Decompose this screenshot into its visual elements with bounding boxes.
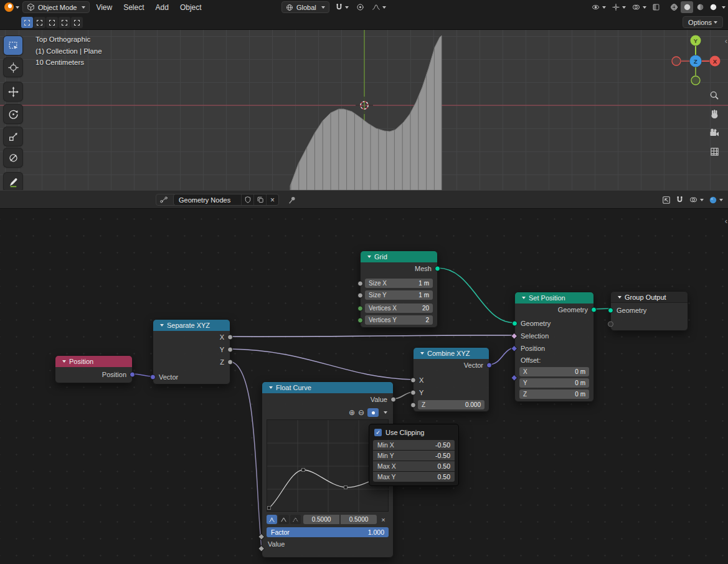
- node-set-position-header[interactable]: Set Position: [515, 292, 593, 304]
- new-copy-button[interactable]: [253, 194, 266, 205]
- navigation-gizmo[interactable]: Y Z X: [672, 36, 721, 85]
- snapping-button[interactable]: [676, 196, 684, 204]
- fake-user-button[interactable]: [241, 194, 253, 205]
- shading-material-button[interactable]: [694, 1, 706, 13]
- tool-scale-button[interactable]: [4, 127, 22, 146]
- grid-size-y-socket[interactable]: [357, 292, 363, 298]
- node-group-output[interactable]: Group Output Geometry: [610, 291, 688, 331]
- handle-free-button[interactable]: [290, 515, 301, 524]
- tool-annotate-button[interactable]: [4, 173, 22, 190]
- blender-menu-button[interactable]: [2, 1, 21, 13]
- show-overlays-select[interactable]: [630, 1, 648, 13]
- separate-z-socket[interactable]: [227, 360, 233, 365]
- geometry-nodes-editor[interactable]: Position Position Separate XYZ X Y Z Vec…: [0, 209, 728, 564]
- select-mode-subtract-button[interactable]: [46, 17, 58, 28]
- node-combine-xyz-header[interactable]: Combine XYZ: [414, 348, 489, 359]
- min-y-field[interactable]: Min Y-0.50: [373, 451, 455, 461]
- curve-value-out-socket[interactable]: [390, 397, 396, 403]
- region-collapse-arrow[interactable]: ‹: [725, 37, 727, 45]
- node-group-output-header[interactable]: Group Output: [611, 292, 688, 303]
- min-x-field[interactable]: Min X-0.50: [373, 440, 455, 450]
- curve-tools-button[interactable]: [367, 408, 379, 417]
- grid-size-x-field[interactable]: Size X1 m: [365, 279, 433, 288]
- gizmo-axis-neg-x[interactable]: [672, 57, 681, 65]
- grid-size-x-socket[interactable]: [357, 280, 363, 286]
- combine-z-socket[interactable]: [410, 402, 416, 408]
- menu-select[interactable]: Select: [118, 3, 149, 12]
- viewport-3d[interactable]: Y Z X Top Orthographic (1) Collection | …: [0, 30, 728, 190]
- grid-vertices-y-socket[interactable]: [357, 317, 363, 323]
- setpos-geometry-in-socket[interactable]: [512, 321, 518, 327]
- preview-sphere-button[interactable]: [709, 196, 723, 204]
- zoom-button[interactable]: [707, 88, 721, 102]
- shading-rendered-button[interactable]: [707, 1, 719, 13]
- node-grid[interactable]: Grid Mesh Size X1 m Size Y1 m Vertices X…: [360, 251, 438, 328]
- tool-select-box-button[interactable]: [4, 36, 22, 55]
- proportional-falloff-select[interactable]: [370, 1, 388, 13]
- handle-auto-button[interactable]: [267, 515, 277, 524]
- unlink-button[interactable]: ×: [266, 194, 278, 205]
- node-separate-xyz[interactable]: Separate XYZ X Y Z Vector: [153, 319, 230, 385]
- combine-z-field[interactable]: Z0.000: [418, 400, 485, 409]
- parent-tree-button[interactable]: [662, 196, 671, 204]
- zoom-in-curve-button[interactable]: ⊕: [349, 409, 355, 416]
- plane-mesh[interactable]: [290, 30, 442, 190]
- position-output-socket[interactable]: [130, 372, 135, 378]
- select-mode-intersect-button[interactable]: [71, 17, 83, 28]
- grid-vertices-y-field[interactable]: Vertices Y2: [365, 315, 433, 325]
- camera-view-button[interactable]: [707, 126, 721, 140]
- setpos-offset-z-field[interactable]: Z0 m: [519, 390, 589, 399]
- pan-button[interactable]: [707, 107, 721, 121]
- show-gizmo-select[interactable]: [610, 1, 628, 13]
- node-float-curve-header[interactable]: Float Curve: [262, 382, 393, 393]
- point-x-field[interactable]: 0.5000: [303, 515, 339, 524]
- select-mode-set-button[interactable]: [21, 17, 33, 28]
- tool-transform-button[interactable]: [4, 148, 22, 167]
- tool-move-button[interactable]: [4, 82, 22, 101]
- group-output-geometry-socket[interactable]: [608, 308, 613, 313]
- shading-solid-button[interactable]: [681, 1, 693, 13]
- options-button[interactable]: Options: [683, 16, 723, 28]
- group-output-virtual-socket[interactable]: [608, 322, 613, 327]
- shading-wireframe-button[interactable]: [668, 1, 680, 13]
- use-clipping-row[interactable]: ✓ Use Clipping: [369, 427, 458, 438]
- max-y-field[interactable]: Max Y0.50: [373, 472, 455, 482]
- zoom-out-curve-button[interactable]: ⊖: [358, 409, 364, 416]
- curve-point[interactable]: [344, 486, 347, 489]
- setpos-offset-x-field[interactable]: X0 m: [519, 367, 589, 376]
- snapping-toggle[interactable]: [333, 1, 351, 13]
- max-x-field[interactable]: Max X0.50: [373, 461, 455, 471]
- proportional-editing-toggle[interactable]: [354, 1, 366, 13]
- grid-mesh-socket[interactable]: [435, 266, 440, 272]
- setpos-offset-y-field[interactable]: Y0 m: [519, 378, 589, 388]
- point-y-field[interactable]: 0.5000: [341, 515, 377, 524]
- node-set-position[interactable]: Set Position Geometry Geometry Selection…: [514, 292, 594, 402]
- separate-x-socket[interactable]: [227, 335, 233, 340]
- grid-vertices-x-field[interactable]: Vertices X20: [365, 304, 433, 313]
- xray-toggle[interactable]: [650, 1, 662, 13]
- handle-vector-button[interactable]: [278, 515, 289, 524]
- combine-vector-socket[interactable]: [486, 363, 492, 368]
- menu-object[interactable]: Object: [175, 3, 207, 12]
- combine-y-socket[interactable]: [410, 390, 416, 396]
- node-grid-header[interactable]: Grid: [361, 251, 437, 262]
- setpos-selection-socket[interactable]: [511, 333, 518, 340]
- grid-vertices-x-socket[interactable]: [357, 305, 363, 311]
- tool-rotate-button[interactable]: [4, 105, 22, 123]
- overlays-button[interactable]: [689, 196, 704, 204]
- mode-select[interactable]: Object Mode: [22, 1, 90, 13]
- setpos-position-socket[interactable]: [511, 345, 518, 352]
- node-position-header[interactable]: Position: [55, 356, 132, 367]
- node-position[interactable]: Position Position: [55, 355, 133, 383]
- node-tree-name-input[interactable]: Geometry Nodes: [174, 194, 241, 205]
- curve-point[interactable]: [302, 469, 305, 472]
- node-separate-xyz-header[interactable]: Separate XYZ: [153, 320, 230, 331]
- select-mode-extend-button[interactable]: [34, 17, 45, 28]
- menu-view[interactable]: View: [91, 3, 117, 12]
- object-visibility-select[interactable]: [589, 1, 608, 13]
- region-collapse-arrow[interactable]: ‹: [725, 217, 727, 225]
- use-clipping-checkbox[interactable]: ✓: [374, 429, 382, 436]
- grid-size-y-field[interactable]: Size Y1 m: [365, 290, 433, 300]
- menu-add[interactable]: Add: [151, 3, 174, 12]
- setpos-geometry-out-socket[interactable]: [591, 307, 597, 313]
